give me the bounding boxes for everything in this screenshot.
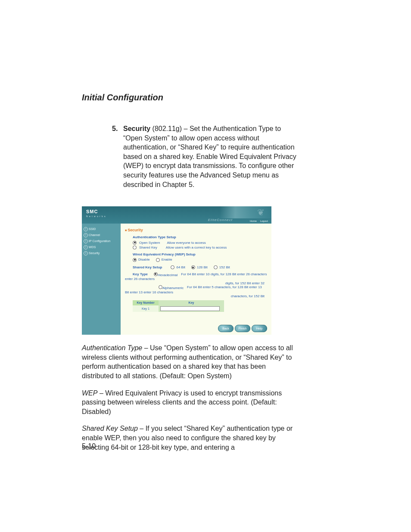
table-row: Key 1 (133, 305, 224, 312)
step-proto: (802.11g) – (150, 125, 190, 132)
nav-bullet-icon: ? (84, 239, 88, 243)
auth-open-row: Open System Allow everyone to access (133, 241, 267, 245)
page-title: Initial Configuration (82, 93, 297, 103)
nav-ssid[interactable]: ?SSID (84, 226, 119, 232)
step-5-text: Security (802.11g) – Set the Authenticat… (123, 124, 297, 189)
banner-plant-icon: ❦ (257, 207, 265, 218)
nav-label: Channel (89, 233, 100, 236)
home-link[interactable]: Home (250, 220, 257, 222)
nav-channel[interactable]: ?Channel (84, 232, 119, 238)
auth-paragraph: Authentication Type – Use “Open System” … (82, 343, 297, 380)
nav-ipconfig[interactable]: ?IP Configuration (84, 238, 119, 244)
back-button[interactable]: Back (218, 325, 234, 332)
radio-wep-disable[interactable] (133, 258, 137, 262)
auth-shared-desc: Allow users with a correct key to access (166, 246, 227, 250)
list-marker: 5. (112, 124, 123, 197)
nav-label: SSID (89, 227, 96, 230)
col-key-number: Key Number (133, 300, 159, 305)
nav-bullet-icon: ? (84, 245, 88, 249)
router-screenshot: SMC N e t w o r k s ❦ EliteConnect Home … (82, 206, 271, 335)
body-text: 5. Security (802.11g) – Set the Authenti… (82, 124, 297, 452)
keytype-hex-row: Key Type Hexadecimal For 64 Bit enter 10… (133, 272, 267, 277)
top-links: Home Logout (247, 220, 268, 223)
keytype-alpha-row: Alphanumeric For 64 Bit enter 5 characte… (159, 285, 267, 290)
logout-link[interactable]: Logout (260, 220, 268, 222)
banner: SMC N e t w o r k s ❦ EliteConnect Home … (82, 206, 271, 224)
screenshot-body: ?SSID ?Channel ?IP Configuration ?WDS ?S… (82, 224, 271, 335)
page-number: 5-10 (82, 442, 96, 450)
wizard-buttons: Back Finish Help (218, 325, 267, 332)
key-row-input-cell (159, 305, 224, 312)
wep-disable-label: Disable (138, 258, 150, 262)
nav-label: WDS (89, 246, 96, 249)
main-panel: Security Authentication Type Setup Open … (121, 224, 271, 335)
nav-bullet-icon: ? (84, 233, 88, 237)
sks-128-label: 128 Bit (197, 265, 208, 270)
auth-shared-row: Shared Key Allow users with a correct ke… (133, 246, 267, 250)
wep-body: – Wired Equivalent Privacy is used to en… (82, 389, 282, 415)
product-name: EliteConnect (208, 218, 233, 222)
help-button[interactable]: Help (252, 325, 267, 332)
radio-hex[interactable] (154, 272, 158, 276)
auth-shared-label: Shared Key (139, 246, 157, 250)
col-key: Key (159, 300, 224, 305)
step-term: Security (123, 125, 150, 132)
nav-bullet-icon: ? (84, 251, 88, 255)
alpha-hint2: characters, for 152 Bit (125, 294, 265, 299)
document-page: Initial Configuration 5. Security (802.1… (0, 0, 411, 532)
auth-term: Authentication Type (82, 344, 142, 352)
shared-term: Shared Key Setup (82, 425, 138, 432)
key1-input[interactable] (160, 306, 220, 311)
sks-row: Shared Key Setup 64 Bit 128 Bit 152 Bit (133, 265, 267, 270)
wep-term: WEP (82, 389, 97, 397)
nav-label: Security (89, 252, 100, 255)
key-table: Key Number Key Key 1 (133, 300, 224, 312)
sidebar-nav: ?SSID ?Channel ?IP Configuration ?WDS ?S… (82, 224, 121, 335)
wep-paragraph: WEP – Wired Equivalent Privacy is used t… (82, 389, 297, 417)
nav-security[interactable]: ?Security (84, 250, 119, 256)
keytype-hex-label: Hexadecimal (158, 273, 177, 277)
radio-128bit[interactable] (191, 265, 195, 269)
finish-button[interactable]: Finish (235, 325, 250, 332)
auth-open-label: Open System (139, 241, 160, 245)
hex-hint: For 64 Bit enter 10 digits, for 128 Bit … (181, 272, 267, 277)
keytype-label: Key Type (133, 272, 148, 277)
key-row-label: Key 1 (133, 305, 159, 312)
hex-hint-left: enter 26 characters (125, 277, 267, 281)
wep-options: Disable Enable (133, 258, 267, 262)
nav-label: IP Configuration (89, 240, 110, 243)
sks-section-title: Shared Key Setup (133, 265, 162, 270)
wep-enable-label: Enable (162, 258, 172, 262)
auth-section-title: Authentication Type Setup (133, 235, 267, 240)
radio-shared-key[interactable] (133, 246, 137, 249)
sks-64-label: 64 Bit (176, 265, 185, 270)
wep-section-title: Wired Equivalent Privacy (WEP) Setup (133, 252, 267, 257)
step-5: 5. Security (802.11g) – Set the Authenti… (112, 124, 297, 197)
alpha-hint-left: Bit enter 13 enter 16 characters (125, 290, 267, 295)
radio-64bit[interactable] (171, 265, 174, 269)
auth-open-desc: Allow everyone to access (167, 241, 206, 245)
brand-sublabel: N e t w o r k s (86, 215, 106, 218)
nav-wds[interactable]: ?WDS (84, 244, 119, 250)
brand-logo: SMC (86, 209, 98, 215)
nav-bullet-icon: ? (84, 227, 88, 231)
radio-wep-enable[interactable] (156, 258, 160, 262)
hex-hint2: digits, for 152 Bit enter 32 (125, 281, 265, 286)
table-header-row: Key Number Key (133, 300, 224, 305)
sks-152-label: 152 Bit (219, 265, 230, 270)
panel-title: Security (125, 228, 267, 233)
radio-alpha[interactable] (159, 285, 162, 289)
alpha-hint: For 64 Bit enter 5 characters, for 128 B… (187, 285, 267, 289)
shared-paragraph: Shared Key Setup – If you select “Shared… (82, 424, 297, 452)
radio-152bit[interactable] (214, 265, 218, 269)
keytype-alpha-label: Alphanumeric (162, 286, 184, 290)
step-body: Set the Authentication Type to “Open Sys… (123, 125, 296, 188)
radio-open-system[interactable] (133, 241, 137, 245)
